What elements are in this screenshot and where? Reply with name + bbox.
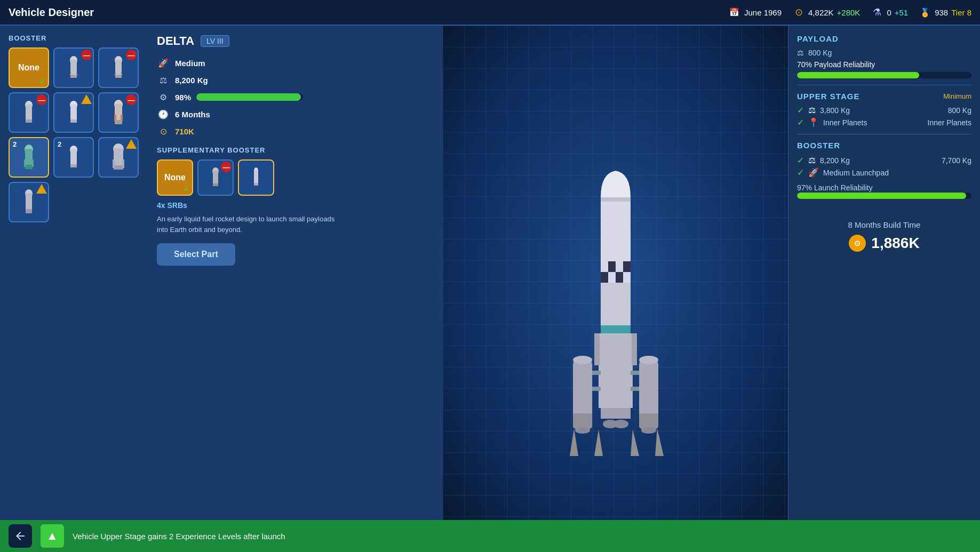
payload-weight-icon: ⚖ (797, 49, 804, 57)
description-text: An early liquid fuel rocket design to la… (157, 214, 338, 235)
stat-cost: ⊙ 710K (157, 125, 430, 138)
svg-rect-22 (25, 149, 33, 165)
rocket-icon-lg (113, 143, 124, 171)
srb-count-label: 4x SRBs (157, 201, 430, 210)
svg-rect-12 (26, 119, 32, 123)
left-panel: BOOSTER None ✓ — — (0, 26, 144, 520)
payload-weight-left: ⚖ 800 Kg (797, 49, 832, 57)
srb-cell-2[interactable] (238, 159, 274, 196)
vehicle-name: DELTA (157, 34, 194, 48)
svg-marker-72 (631, 429, 639, 456)
payload-reliability-row: 70% Payload Reliability (797, 60, 971, 69)
svg-rect-2 (70, 75, 77, 78)
upper-stage-icon-1: ⚖ (808, 105, 816, 115)
svg-rect-28 (70, 164, 77, 167)
rep-item: 🏅 938 Tier 8 (919, 6, 971, 19)
booster-section-label: BOOSTER (9, 34, 136, 42)
date-value: June 1969 (744, 8, 782, 17)
cost-icon: ⊙ (157, 125, 170, 138)
booster-cell-4[interactable] (53, 92, 94, 133)
svg-rect-41 (254, 170, 258, 183)
booster-cell-9[interactable] (9, 182, 49, 222)
svg-rect-6 (115, 60, 122, 75)
svg-rect-47 (601, 261, 608, 272)
svg-rect-53 (599, 333, 633, 408)
svg-rect-36 (26, 209, 32, 213)
srb-cell-1[interactable]: — (197, 159, 234, 196)
svg-point-70 (641, 427, 656, 434)
minimum-label: Minimum (943, 92, 971, 100)
booster-weight-value: 7,700 Kg (942, 156, 971, 165)
svg-point-68 (614, 420, 628, 428)
svg-rect-58 (573, 413, 592, 428)
booster-right-title: BOOSTER (797, 141, 971, 150)
srb-grid: None ✓ — (157, 159, 430, 196)
srb-rocket-icon (212, 167, 219, 188)
upper-stage-row-2: ✓ 📍 Inner Planets Inner Planets (797, 117, 971, 127)
svg-rect-45 (601, 197, 631, 202)
booster-right-row-2: ✓ 🚀 Medium Launchpad (797, 167, 971, 178)
launch-reliability-bar-bg (797, 193, 971, 199)
reliability-bar-bg (196, 93, 303, 101)
check-icon-3: ✓ (797, 155, 804, 165)
back-arrow-icon (14, 530, 27, 542)
svg-rect-39 (213, 183, 218, 186)
svg-rect-14 (70, 105, 77, 119)
science-value: 0 (887, 8, 891, 17)
time-value: 6 Months (175, 110, 210, 119)
rocket-icon-sm (114, 56, 123, 79)
svg-marker-71 (594, 429, 603, 456)
launch-reliability-label: 97% Launch Reliability (797, 183, 873, 192)
divider-2 (797, 134, 971, 134)
back-button[interactable] (9, 524, 32, 548)
tier-badge: Tier 8 (951, 8, 971, 17)
booster-cell-6[interactable]: 2 (9, 137, 49, 178)
svg-rect-48 (616, 261, 623, 272)
svg-rect-63 (631, 371, 639, 375)
supp-label: SUPPLEMENTARY BOOSTER (157, 146, 430, 154)
payload-reliability-bar-bg (797, 72, 971, 78)
rocket-icon-sm3 (25, 189, 33, 215)
minus-badge: — (126, 94, 137, 105)
booster-cell-5[interactable]: — (98, 92, 139, 133)
booster-weight-label: 8,200 Kg (820, 156, 937, 165)
svg-rect-38 (213, 171, 218, 183)
payload-reliability-label: 70% Payload Reliability (797, 60, 875, 69)
svg-rect-50 (623, 272, 631, 283)
svg-rect-31 (114, 165, 123, 170)
reliability-value: 98% (175, 93, 191, 102)
payload-title: PAYLOAD (797, 34, 971, 43)
booster-cell-1[interactable]: — (53, 47, 94, 88)
cost-coin-icon: ⊙ (849, 235, 866, 252)
bottom-message: Vehicle Upper Stage gains 2 Experience L… (73, 532, 285, 541)
booster-cell-7[interactable]: 2 (53, 137, 94, 178)
srb-cell-none[interactable]: None ✓ (157, 159, 193, 196)
booster-cell-8[interactable] (98, 137, 139, 178)
science-item: ⚗ 0 +51 (871, 6, 908, 19)
weight-value: 8,200 Kg (175, 76, 208, 85)
rocket-icon-light (69, 101, 78, 124)
booster-right-row-1: ✓ ⚖ 8,200 Kg 7,700 Kg (797, 155, 971, 165)
rocket-icon-teal (24, 145, 34, 170)
upper-stage-icon-2: 📍 (808, 117, 819, 127)
vehicle-header: DELTA LV III (157, 34, 430, 48)
svg-marker-4 (76, 72, 78, 75)
stats-list: 🚀 Medium ⚖ 8,200 Kg ⚙ 98% 🕐 6 Months (157, 57, 430, 138)
svg-marker-3 (69, 72, 71, 75)
srb-rocket-icon-2 (253, 167, 259, 188)
svg-rect-55 (632, 333, 637, 365)
level-up-icon: ▲ (41, 524, 64, 548)
booster-launchpad-label: Medium Launchpad (823, 169, 971, 177)
booster-cell-2[interactable]: — (98, 47, 139, 88)
upper-stage-value-2: Inner Planets (928, 118, 972, 127)
booster-cell-3[interactable]: — (9, 92, 49, 133)
booster-cell-none[interactable]: None ✓ (9, 47, 49, 88)
topbar: Vehicle Designer 📅 June 1969 ⊙ 4,822K +2… (0, 0, 980, 26)
svg-rect-65 (631, 387, 639, 391)
bottom-bar: ▲ Vehicle Upper Stage gains 2 Experience… (0, 520, 980, 552)
money-item: ⊙ 4,822K +280K (792, 6, 860, 19)
booster-launchpad-icon: 🚀 (808, 167, 819, 178)
select-part-button[interactable]: Select Part (157, 243, 235, 266)
date-item: 📅 June 1969 (728, 6, 782, 19)
reliability-bar-fill (196, 93, 301, 101)
